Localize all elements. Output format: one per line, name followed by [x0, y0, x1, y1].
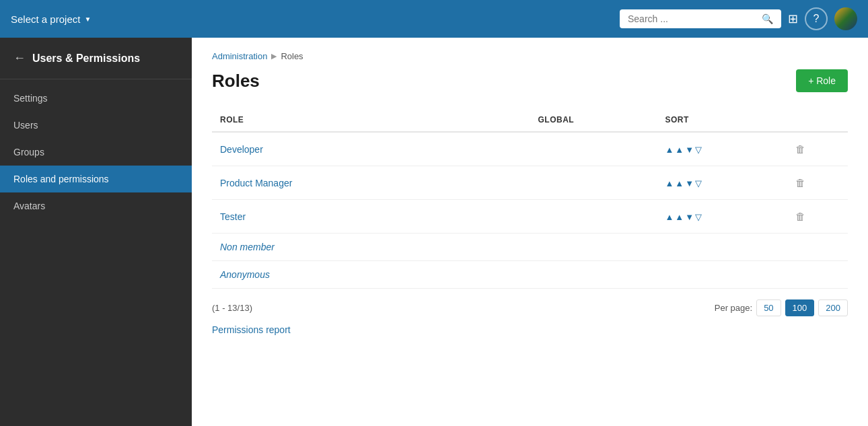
- avatar[interactable]: [834, 7, 857, 30]
- search-icon: 🔍: [762, 13, 773, 24]
- help-icon: ?: [813, 13, 820, 25]
- pagination-info: (1 - 13/13): [212, 303, 252, 313]
- delete-role-button-tester[interactable]: 🗑: [793, 208, 808, 225]
- sort-arrows-icon[interactable]: ▲▲▼▽: [665, 145, 704, 155]
- sidebar: ← Users & Permissions Settings Users Gro…: [0, 38, 192, 426]
- sidebar-item-users[interactable]: Users: [0, 112, 192, 139]
- permissions-report-link[interactable]: Permissions report: [212, 324, 291, 335]
- sidebar-nav: Settings Users Groups Roles and permissi…: [0, 79, 192, 225]
- sidebar-title: Users & Permissions: [32, 52, 140, 65]
- sort-arrows-icon[interactable]: ▲▲▼▽: [665, 178, 704, 188]
- role-sort-developer: ▲▲▼▽: [657, 132, 785, 166]
- top-nav-right: 🔍 ⊞ ?: [620, 7, 857, 30]
- col-role: ROLE: [212, 108, 530, 132]
- help-button[interactable]: ?: [805, 7, 828, 30]
- add-role-button[interactable]: + Role: [796, 69, 848, 92]
- search-box: 🔍: [620, 9, 781, 28]
- main-content: Administration ▶ Roles Roles + Role ROLE…: [192, 38, 868, 426]
- chevron-down-icon: ▼: [84, 15, 91, 23]
- role-sort-product-manager: ▲▲▼▽: [657, 166, 785, 200]
- breadcrumb-current: Roles: [281, 51, 303, 61]
- table-row: Developer▲▲▼▽🗑: [212, 132, 848, 166]
- top-nav: Select a project ▼ 🔍 ⊞ ?: [0, 0, 868, 38]
- roles-table: ROLE GLOBAL SORT Developer▲▲▼▽🗑Product M…: [212, 108, 848, 289]
- sidebar-item-settings[interactable]: Settings: [0, 85, 192, 112]
- delete-role-button-product-manager[interactable]: 🗑: [793, 174, 808, 191]
- col-sort: SORT: [657, 108, 785, 132]
- role-actions-non-member: [785, 234, 848, 261]
- role-global-tester: [530, 200, 657, 234]
- per-page-100[interactable]: 100: [785, 299, 815, 316]
- per-page-controls: Per page: 50 100 200: [715, 299, 848, 316]
- role-link-anonymous[interactable]: Anonymous: [220, 269, 270, 280]
- role-link-developer[interactable]: Developer: [220, 144, 263, 155]
- sidebar-item-groups[interactable]: Groups: [0, 139, 192, 166]
- role-actions-product-manager: 🗑: [785, 166, 848, 200]
- breadcrumb: Administration ▶ Roles: [212, 51, 848, 61]
- breadcrumb-admin-link[interactable]: Administration: [212, 51, 267, 61]
- per-page-200[interactable]: 200: [818, 299, 848, 316]
- table-footer: (1 - 13/13) Per page: 50 100 200: [212, 299, 848, 316]
- sidebar-item-avatars[interactable]: Avatars: [0, 192, 192, 219]
- sidebar-header: ← Users & Permissions: [0, 38, 192, 79]
- layout: ← Users & Permissions Settings Users Gro…: [0, 38, 868, 426]
- sort-arrows-icon[interactable]: ▲▲▼▽: [665, 212, 704, 222]
- back-button[interactable]: ←: [13, 51, 26, 65]
- back-icon: ←: [13, 51, 26, 65]
- role-global-product-manager: [530, 166, 657, 200]
- table-row: Tester▲▲▼▽🗑: [212, 200, 848, 234]
- role-actions-tester: 🗑: [785, 200, 848, 234]
- table-row: Product Manager▲▲▼▽🗑: [212, 166, 848, 200]
- role-sort-anonymous: [657, 261, 785, 289]
- col-actions: [785, 108, 848, 132]
- page-title: Roles: [212, 71, 260, 92]
- role-global-developer: [530, 132, 657, 166]
- sidebar-item-roles-and-permissions[interactable]: Roles and permissions: [0, 166, 192, 192]
- role-link-non-member[interactable]: Non member: [220, 242, 275, 252]
- role-global-non-member: [530, 234, 657, 261]
- project-selector-label: Select a project: [11, 13, 80, 25]
- project-selector[interactable]: Select a project ▼: [11, 13, 91, 25]
- breadcrumb-separator: ▶: [271, 52, 277, 61]
- col-global: GLOBAL: [530, 108, 657, 132]
- per-page-label: Per page:: [715, 303, 752, 313]
- table-row: Non member: [212, 234, 848, 261]
- role-link-product-manager[interactable]: Product Manager: [220, 178, 292, 188]
- delete-role-button-developer[interactable]: 🗑: [793, 141, 808, 157]
- page-header: Roles + Role: [212, 69, 848, 92]
- per-page-50[interactable]: 50: [756, 299, 781, 316]
- role-sort-tester: ▲▲▼▽: [657, 200, 785, 234]
- role-actions-anonymous: [785, 261, 848, 289]
- grid-icon[interactable]: ⊞: [788, 11, 798, 26]
- role-global-anonymous: [530, 261, 657, 289]
- table-row: Anonymous: [212, 261, 848, 289]
- search-input[interactable]: [628, 13, 756, 24]
- role-sort-non-member: [657, 234, 785, 261]
- role-link-tester[interactable]: Tester: [220, 211, 246, 222]
- role-actions-developer: 🗑: [785, 132, 848, 166]
